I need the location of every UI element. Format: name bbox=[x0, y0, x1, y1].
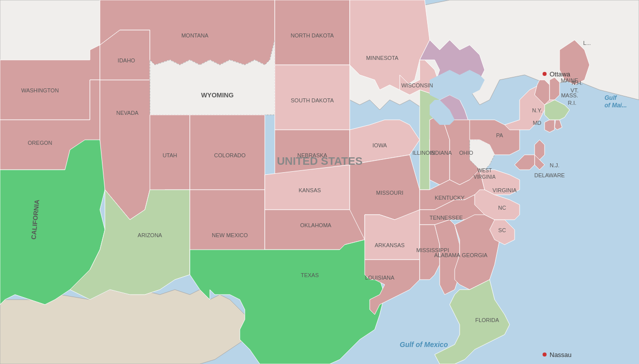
gulf-maine-label2: of Mai... bbox=[605, 102, 627, 109]
svg-point-2 bbox=[543, 353, 547, 357]
svg-point-1 bbox=[543, 72, 547, 76]
gulf-maine-label: Gulf bbox=[605, 94, 617, 101]
gulf-mexico-label: Gulf of Mexico bbox=[400, 341, 448, 349]
nassau-label: Nassau bbox=[550, 351, 572, 359]
ottawa-label: Ottawa bbox=[550, 70, 571, 78]
map-container: WASHINGTON OREGON CALIFORNIA NEVADA IDAH… bbox=[0, 0, 639, 364]
